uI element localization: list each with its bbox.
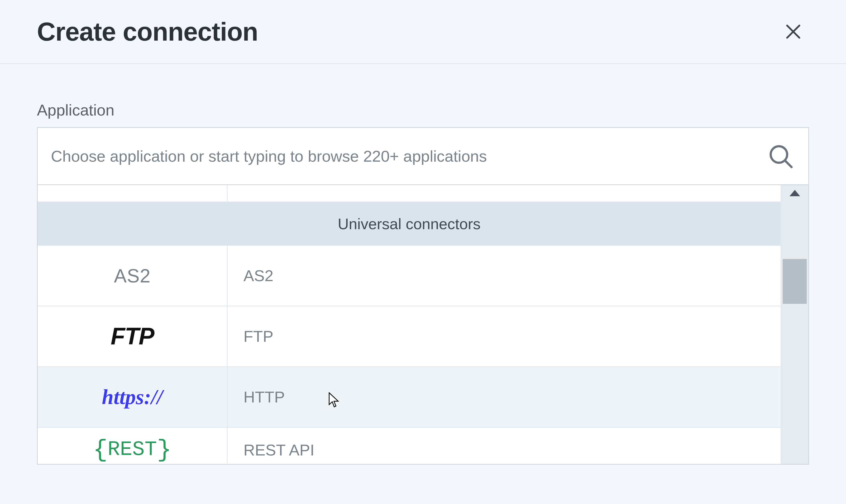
dialog-title: Create connection bbox=[37, 17, 258, 47]
dropdown-scrollbar[interactable] bbox=[780, 185, 808, 464]
svg-marker-4 bbox=[790, 190, 800, 196]
list-item[interactable]: {REST} REST API bbox=[38, 428, 780, 463]
list-item[interactable]: AS2 AS2 bbox=[38, 246, 780, 306]
connector-icon-cell: {REST} bbox=[38, 428, 228, 463]
connector-icon-cell: FTP bbox=[38, 306, 228, 366]
application-search-input[interactable] bbox=[38, 128, 763, 184]
ftp-icon: FTP bbox=[111, 323, 154, 350]
application-field-label: Application bbox=[37, 101, 809, 119]
rest-icon: {REST} bbox=[93, 435, 172, 462]
connector-icon-cell bbox=[38, 185, 228, 201]
dialog-body: Application U bbox=[0, 64, 846, 465]
application-dropdown: Universal connectors AS2 AS2 FTP FTP htt… bbox=[37, 185, 809, 465]
search-icon bbox=[763, 139, 798, 173]
close-button[interactable] bbox=[777, 16, 809, 48]
dialog-header: Create connection bbox=[0, 0, 846, 64]
as2-icon: AS2 bbox=[114, 265, 151, 287]
connector-name: REST API bbox=[228, 428, 780, 463]
svg-line-3 bbox=[786, 161, 792, 167]
section-header-universal-connectors: Universal connectors bbox=[38, 202, 780, 246]
application-search-wrap[interactable] bbox=[37, 127, 809, 185]
connector-name: AS2 bbox=[228, 246, 780, 306]
list-item[interactable] bbox=[38, 185, 780, 202]
svg-point-2 bbox=[771, 146, 788, 163]
connector-icon-cell: https:// bbox=[38, 367, 228, 427]
connector-name: FTP bbox=[228, 306, 780, 366]
scroll-up-button[interactable] bbox=[781, 185, 808, 201]
scroll-thumb[interactable] bbox=[783, 259, 807, 304]
connector-name: HTTP bbox=[228, 367, 780, 427]
close-icon bbox=[784, 22, 803, 41]
connector-name-cell bbox=[228, 185, 780, 201]
create-connection-dialog: Create connection Application bbox=[0, 0, 846, 465]
connector-icon-cell: AS2 bbox=[38, 246, 228, 306]
list-item[interactable]: FTP FTP bbox=[38, 306, 780, 367]
list-item[interactable]: https:// HTTP bbox=[38, 367, 780, 428]
http-icon: https:// bbox=[102, 385, 163, 409]
